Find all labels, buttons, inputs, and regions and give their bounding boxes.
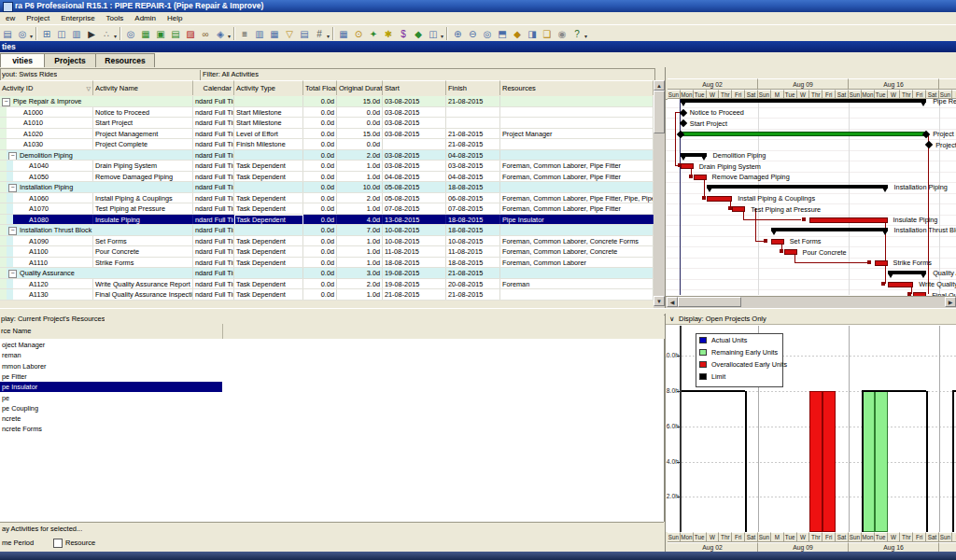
snap-grid-icon[interactable]: ∴ xyxy=(100,27,114,41)
milestone-diamond-icon[interactable] xyxy=(680,119,687,127)
menu-help[interactable]: Help xyxy=(162,14,188,22)
tracking-icon[interactable]: ▨ xyxy=(184,27,198,41)
columns-dropdown-icon[interactable]: ▥ xyxy=(253,27,267,41)
histogram-bar[interactable] xyxy=(809,391,822,532)
level-resources-icon[interactable]: ✦ xyxy=(367,27,381,41)
scrollbar-thumb[interactable] xyxy=(654,91,665,133)
bars-icon[interactable]: ≡ xyxy=(238,27,252,41)
reports-icon[interactable]: ▤ xyxy=(169,27,183,41)
timescale-day[interactable]: Mon xyxy=(862,532,875,542)
resource-row[interactable]: pe Coupling xyxy=(0,403,665,413)
resource-assign-icon[interactable]: ◆ xyxy=(412,27,426,41)
timescale-day[interactable]: Tue xyxy=(875,90,888,99)
help-icon[interactable]: ? xyxy=(570,27,584,41)
group-sort-icon[interactable]: ▤ xyxy=(298,27,312,41)
milestone-diamond-icon[interactable] xyxy=(680,108,687,116)
resource-row[interactable]: reman xyxy=(0,350,665,360)
timescale-day[interactable]: M xyxy=(952,532,956,542)
scroll-left-icon[interactable]: ◀ xyxy=(667,297,678,307)
timescale-day[interactable]: Tue xyxy=(784,532,797,542)
display-activities-bar[interactable]: ay Activities for selected... xyxy=(0,522,664,535)
timescale-day[interactable]: Sat xyxy=(836,532,849,542)
split-horizontal-icon[interactable]: ⬒ xyxy=(496,27,510,41)
milestone-diamond-icon[interactable] xyxy=(925,141,933,148)
zoom-in-icon[interactable]: ⊕ xyxy=(451,27,465,41)
tab-vities[interactable]: vities xyxy=(0,53,45,68)
zoom-tool-icon[interactable]: ◎ xyxy=(16,27,30,41)
gantt-task-bar[interactable] xyxy=(681,163,694,169)
table-row[interactable]: A1030Project Completendard Full TimeFini… xyxy=(0,139,654,150)
histogram-bar[interactable] xyxy=(875,391,888,532)
timescale-day[interactable]: Thr xyxy=(719,90,732,99)
timescale-day[interactable]: Sun xyxy=(939,532,952,542)
table-row[interactable]: A1080Insulate Pipingndard Full TimeTask … xyxy=(0,215,654,226)
timescale-day[interactable]: Thr xyxy=(900,532,913,542)
timescale-day[interactable]: Sat xyxy=(836,90,849,99)
progress-clock-icon[interactable]: ⊙ xyxy=(352,27,366,41)
gantt-horizontal-scrollbar[interactable]: ◀▶ xyxy=(666,296,956,308)
timescale-day[interactable]: Sat xyxy=(926,532,939,542)
table-row[interactable]: A1110Strike Formsndard Full TimeTask Dep… xyxy=(0,258,654,269)
column-header-type[interactable]: Activity Type xyxy=(234,80,303,95)
timescale-day[interactable]: Sun xyxy=(758,90,771,99)
timescale-week[interactable]: Aug 16 xyxy=(849,78,939,90)
timescale-day[interactable]: Tue xyxy=(694,532,707,542)
timescale-day[interactable]: W xyxy=(707,90,720,99)
gantt-summary-bar[interactable] xyxy=(707,185,888,189)
timescale-week[interactable] xyxy=(939,78,956,90)
column-header-name[interactable]: Activity Name xyxy=(93,80,193,95)
column-header-start[interactable]: Start xyxy=(383,80,446,95)
roles-icon[interactable]: ▣ xyxy=(154,27,168,41)
timescale-week[interactable]: Aug 09 xyxy=(758,542,849,552)
gantt-task-bar[interactable] xyxy=(888,282,914,287)
zoom-100-icon[interactable]: ◎ xyxy=(481,27,495,41)
zoom-out-icon[interactable]: ⊖ xyxy=(466,27,480,41)
comment-icon[interactable]: ❑ xyxy=(541,27,555,41)
activity-table-vertical-scrollbar[interactable]: ▲▼ xyxy=(654,80,665,308)
column-header-calendar[interactable]: Calendar xyxy=(193,80,234,95)
print-icon[interactable]: ▤ xyxy=(1,27,15,41)
toolbar-group-more-icon[interactable]: ▾ xyxy=(30,33,33,39)
column-header-id[interactable]: Activity ID▽ xyxy=(0,80,93,95)
column-header-finish[interactable]: Finish xyxy=(446,80,500,95)
toolbar-group-more-icon[interactable]: ▾ xyxy=(114,33,117,39)
timescale-day[interactable]: Fri xyxy=(822,532,836,542)
timescale-day[interactable]: Tue xyxy=(784,90,797,99)
table-font-icon[interactable]: ▦ xyxy=(268,27,282,41)
gantt-task-bar[interactable] xyxy=(707,196,733,202)
timescale-week[interactable]: Aug 09 xyxy=(758,78,849,90)
gantt-task-bar[interactable] xyxy=(732,206,745,212)
wbs-icon[interactable]: ◈ xyxy=(214,27,228,41)
number-icon[interactable]: # xyxy=(313,27,327,41)
menu-ew[interactable]: ew xyxy=(0,14,21,22)
timescale-day[interactable]: Mon xyxy=(681,90,694,99)
timescale-day[interactable]: Fri xyxy=(732,532,745,542)
split-vertical-icon[interactable]: ◨ xyxy=(526,27,540,41)
timescale-day[interactable]: W xyxy=(888,532,901,542)
column-header-resources[interactable]: Resources xyxy=(500,80,654,95)
tab-resources[interactable]: Resources xyxy=(95,53,155,67)
resources-icon[interactable]: ▦ xyxy=(139,27,153,41)
table-row[interactable]: Demolition Pipingndard Full Time0.0d2.0d… xyxy=(0,150,654,161)
table-row[interactable]: Installation Thrust Blockndard Full Time… xyxy=(0,225,654,236)
toolbar-group-more-icon[interactable]: ▾ xyxy=(584,33,587,39)
hint-help-icon[interactable]: ◉ xyxy=(555,27,569,41)
resource-row[interactable]: oject Manager xyxy=(0,340,665,350)
table-row[interactable]: A1120Write Quality Assurance Reportndard… xyxy=(0,279,654,290)
timescale-day[interactable]: Thr xyxy=(809,532,822,542)
panels-icon[interactable]: ◫ xyxy=(427,27,441,41)
timescale-day[interactable]: Sat xyxy=(745,90,758,99)
gantt-task-bar[interactable] xyxy=(771,239,784,245)
timescale-week[interactable]: Aug 16 xyxy=(849,542,939,552)
table-row[interactable]: Quality Assurancendard Full Time0.0d3.0d… xyxy=(0,268,654,279)
sort-filter-icon[interactable]: ▽ xyxy=(86,81,91,95)
resource-row[interactable]: pe Fitter xyxy=(0,371,665,382)
table-row[interactable]: A1000Notice to Proceedndard Full TimeSta… xyxy=(0,107,654,119)
timescale-day[interactable]: Sun xyxy=(849,532,862,542)
global-change-icon[interactable]: ✱ xyxy=(382,27,396,41)
timescale-day[interactable]: M xyxy=(771,532,784,542)
resource-row[interactable]: ncrete xyxy=(0,413,665,424)
table-row[interactable]: A1010Start Projectndard Full TimeStart M… xyxy=(0,118,654,129)
timescale-day[interactable]: Sun xyxy=(668,532,681,542)
timescale-day[interactable]: Tue xyxy=(875,532,888,542)
